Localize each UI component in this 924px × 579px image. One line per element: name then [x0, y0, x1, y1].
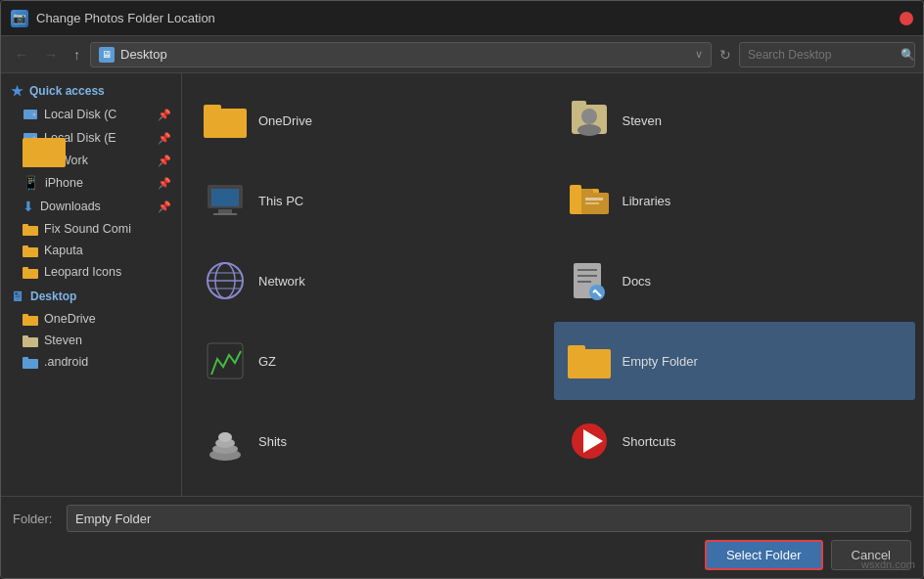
svg-rect-17 — [23, 357, 28, 361]
file-item-gz[interactable]: GZ — [190, 322, 552, 400]
svg-rect-27 — [213, 213, 237, 215]
sidebar-item-iphone[interactable]: 📱 iPhone 📌 — [1, 171, 181, 195]
file-name: Docs — [623, 274, 652, 289]
phone-icon: 📱 — [23, 175, 39, 191]
file-name: OneDrive — [258, 113, 312, 128]
svg-rect-13 — [23, 314, 28, 318]
sidebar-label: Fix Sound Comi — [44, 222, 131, 236]
hdd-icon — [23, 107, 38, 122]
svg-rect-4 — [23, 157, 38, 167]
svg-rect-19 — [204, 105, 221, 112]
file-item-steven[interactable]: Steven — [554, 81, 916, 159]
file-name: Network — [258, 274, 305, 289]
svg-rect-46 — [568, 345, 585, 353]
file-icon-steven — [566, 97, 613, 144]
file-item-docs[interactable]: Docs — [554, 242, 916, 320]
file-item-network[interactable]: Network — [190, 242, 552, 320]
folder-icon — [23, 334, 38, 347]
file-name: Shits — [258, 434, 287, 449]
folder-icon — [23, 155, 38, 167]
svg-point-23 — [578, 124, 601, 136]
folder-icon — [23, 266, 38, 279]
pin-icon: 📌 — [158, 109, 171, 121]
desktop-icon: 🖥 — [11, 289, 24, 304]
svg-rect-32 — [585, 198, 603, 200]
svg-rect-42 — [578, 281, 591, 283]
file-item-trash[interactable]: Trash — [554, 482, 916, 496]
title-bar: 📷 Change Photos Folder Location — [1, 1, 923, 36]
file-item-stats[interactable]: Stats — [190, 482, 552, 496]
sidebar-item-downloads[interactable]: ⬇ Downloads 📌 — [1, 195, 181, 218]
folder-label: Folder: — [13, 512, 57, 526]
folder-icon — [23, 313, 38, 326]
svg-rect-7 — [23, 224, 28, 228]
svg-point-1 — [33, 113, 36, 116]
svg-rect-33 — [585, 202, 599, 204]
file-icon-libraries — [566, 177, 613, 224]
search-input[interactable] — [748, 48, 895, 62]
file-name: GZ — [258, 354, 276, 369]
svg-rect-31 — [581, 189, 593, 195]
download-icon: ⬇ — [23, 199, 34, 214]
file-name: Steven — [623, 113, 662, 128]
close-button[interactable] — [900, 12, 913, 25]
refresh-button[interactable]: ↻ — [716, 43, 735, 67]
sidebar-item-fix-sound[interactable]: Fix Sound Comi — [1, 218, 181, 240]
desktop-label: Desktop — [30, 290, 76, 303]
folder-icon — [23, 223, 38, 236]
svg-rect-26 — [218, 209, 232, 213]
svg-point-22 — [581, 109, 597, 124]
sidebar-label: Leopard Icons — [44, 265, 121, 279]
sidebar-item-upwork[interactable]: UpWork 📌 — [1, 150, 181, 171]
sidebar-label: OneDrive — [44, 312, 96, 326]
file-name: Empty Folder — [623, 354, 698, 369]
sidebar-item-onedrive-tree[interactable]: OneDrive — [1, 308, 181, 330]
file-item-shits[interactable]: Shits — [190, 402, 552, 480]
select-folder-button[interactable]: Select Folder — [705, 540, 823, 570]
bottom-bar: Folder: Select Folder Cancel — [1, 496, 923, 578]
sidebar-item-local-disk-c[interactable]: Local Disk (C 📌 — [1, 103, 181, 126]
watermark: wsxdn.com — [861, 558, 915, 570]
file-item-libraries[interactable]: Libraries — [554, 161, 916, 240]
search-bar[interactable]: 🔍 — [739, 42, 915, 67]
toolbar: ← → ↑ 🖥 Desktop ∨ ↻ 🔍 — [1, 36, 923, 73]
file-icon-this-pc — [202, 177, 249, 224]
sidebar-item-kaputa[interactable]: Kaputa — [1, 240, 181, 261]
location-text: Desktop — [120, 47, 167, 62]
sidebar-item-leopard-icons[interactable]: Leopard Icons — [1, 261, 181, 283]
star-icon: ★ — [11, 83, 23, 99]
up-button[interactable]: ↑ — [68, 43, 86, 67]
sidebar-item-android-tree[interactable]: .android — [1, 351, 181, 373]
search-icon: 🔍 — [901, 48, 915, 62]
file-item-this-pc[interactable]: This PC — [190, 161, 552, 240]
file-item-empty-folder[interactable]: Empty Folder — [554, 322, 916, 400]
content-area: OneDrive Steven — [182, 73, 923, 496]
file-name: This PC — [258, 194, 303, 208]
app-icon: 📷 — [11, 10, 28, 27]
location-bar[interactable]: 🖥 Desktop ∨ — [90, 42, 712, 67]
location-dropdown[interactable]: ∨ — [695, 48, 703, 61]
forward-button[interactable]: → — [38, 43, 64, 67]
back-button[interactable]: ← — [9, 43, 34, 67]
svg-rect-40 — [578, 269, 597, 271]
folder-input[interactable] — [67, 505, 911, 532]
folder-row: Folder: — [13, 505, 911, 532]
file-item-shortcuts[interactable]: Shortcuts — [554, 402, 916, 480]
file-grid: OneDrive Steven — [182, 73, 923, 496]
svg-rect-9 — [23, 245, 28, 249]
main-area: ★ Quick access Local Disk (C 📌 — [1, 73, 923, 496]
svg-rect-41 — [578, 275, 597, 277]
file-icon-onedrive — [202, 97, 249, 144]
button-row: Select Folder Cancel — [13, 540, 911, 570]
file-name: Shortcuts — [623, 434, 676, 449]
file-name: Libraries — [623, 194, 671, 208]
sidebar-label: Downloads — [40, 200, 101, 213]
file-icon-gz — [202, 337, 249, 384]
svg-point-50 — [218, 432, 232, 442]
sidebar-content: ★ Quick access Local Disk (C 📌 — [1, 73, 181, 496]
dialog-window: 📷 Change Photos Folder Location ← → ↑ 🖥 … — [0, 0, 924, 579]
file-icon-docs — [566, 257, 613, 304]
file-item-onedrive[interactable]: OneDrive — [190, 81, 552, 159]
svg-rect-15 — [23, 335, 28, 339]
sidebar-item-steven-tree[interactable]: Steven — [1, 330, 181, 351]
